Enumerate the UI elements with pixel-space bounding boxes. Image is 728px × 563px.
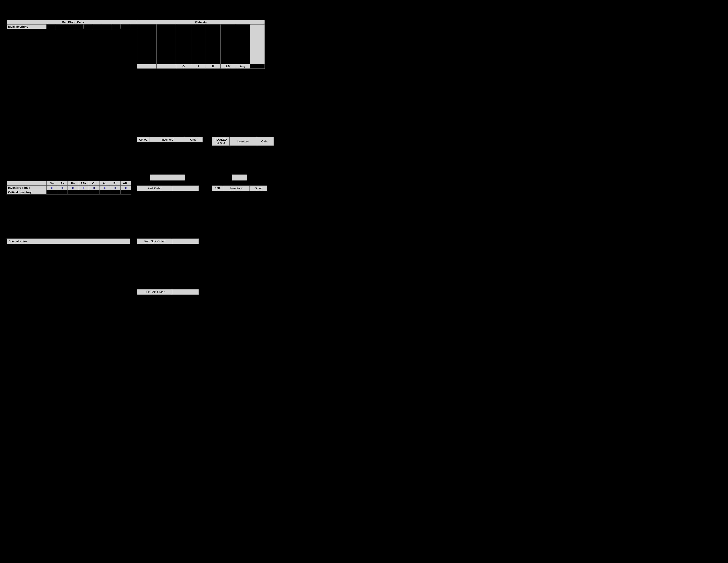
pooled-cryo-order-label: Order: [256, 137, 274, 146]
ffp-inventory-label: Inventory: [223, 186, 250, 191]
ffp-order-label: Order: [250, 186, 267, 191]
special-notes-label: Special Notes: [7, 238, 130, 244]
inv-total-a-plus: o: [57, 186, 68, 190]
rbc-section: Red Blood Cells Ideal Inventory: [7, 20, 139, 29]
cryo-inventory-label: Inventory: [150, 137, 185, 142]
pooled-cryo-inventory-label: Inventory: [230, 137, 256, 146]
ideal-inventory-label: Ideal Inventory: [7, 24, 47, 29]
inv-total-ab-eq: o: [121, 186, 131, 190]
plt-col-b: B: [206, 64, 220, 69]
pedi-split-order-value: [172, 239, 199, 244]
plt-col-o: O: [176, 64, 191, 69]
col-o-plus: O+: [47, 181, 57, 186]
pedi-top-value: [150, 174, 185, 180]
ffp-label: FFP: [212, 186, 223, 191]
ffp-split-order-label: FFP Split Order: [137, 290, 172, 295]
plt-col-ab: AB: [220, 64, 235, 69]
cryo-order-label: Order: [185, 137, 203, 142]
inv-total-o-eq: o: [89, 186, 99, 190]
inventory-totals-section: O+ A+ B+ AB+ O= A= B= AB= Inventory Tota…: [7, 181, 131, 194]
pedi-order-value: [172, 186, 199, 191]
ffp-split-order-value: [172, 290, 199, 295]
cryo-label: CRYO: [137, 137, 150, 142]
inv-total-o-plus: o: [47, 186, 57, 190]
ffp-section: FFP Inventory Order: [212, 185, 267, 191]
ffp-split-order-section: FFP Split Order: [137, 289, 199, 295]
pooled-cryo-section: POOLEDCRYO Inventory Order: [212, 137, 274, 146]
col-ab-eq: AB=: [121, 181, 131, 186]
col-a-plus: A+: [57, 181, 68, 186]
inv-total-b-plus: o: [68, 186, 78, 190]
col-b-eq: B=: [110, 181, 121, 186]
platelets-section: Platelets O A B AB Any: [137, 20, 265, 69]
pedi-split-order-label: Pedi Split Order: [137, 239, 172, 244]
plt-col-a: A: [191, 64, 206, 69]
critical-inventory-label: Critical Inventory: [7, 190, 47, 194]
col-o-eq: O=: [89, 181, 99, 186]
ffp-top-value: [232, 174, 247, 180]
col-b-plus: B+: [68, 181, 78, 186]
pedi-top-value-section: [150, 174, 185, 180]
plt-col-any: Any: [235, 64, 250, 69]
platelets-title: Platelets: [137, 20, 265, 24]
col-a-eq: A=: [99, 181, 110, 186]
inventory-totals-label: Inventory Totals: [7, 186, 47, 190]
ffp-top-value-section: [232, 174, 247, 180]
cryo-section: CRYO Inventory Order: [137, 137, 203, 142]
inv-total-ab-plus: o: [78, 186, 89, 190]
pedi-split-order-section: Pedi Split Order: [137, 238, 199, 244]
special-notes-section: Special Notes: [7, 238, 130, 244]
rbc-title: Red Blood Cells: [7, 20, 139, 24]
pooled-cryo-label: POOLEDCRYO: [212, 137, 230, 146]
inv-total-a-eq: o: [99, 186, 110, 190]
pedi-order-label: Pedi Order: [137, 186, 172, 191]
pedi-order-section: Pedi Order: [137, 185, 199, 191]
inv-total-b-eq: o: [110, 186, 121, 190]
col-ab-plus: AB+: [78, 181, 89, 186]
